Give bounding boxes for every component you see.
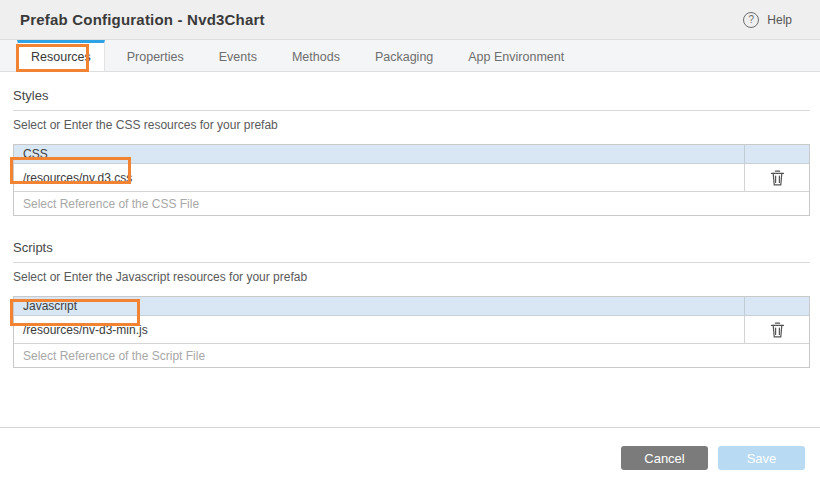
css-reference-input[interactable] [14, 192, 809, 215]
css-resource-row: /resources/nv.d3.css [14, 164, 809, 192]
help-button[interactable]: ? Help [743, 12, 792, 28]
script-reference-input[interactable] [14, 344, 809, 367]
tab-events[interactable]: Events [206, 40, 270, 71]
footer: Cancel Save [0, 427, 820, 487]
trash-icon [770, 326, 785, 341]
script-resource-actions-cell [744, 316, 809, 343]
css-add-resource-row [14, 192, 809, 215]
styles-subtitle: Select or Enter the CSS resources for yo… [13, 118, 810, 132]
css-resource-actions-cell [744, 164, 809, 191]
save-button[interactable]: Save [718, 446, 805, 470]
scripts-subtitle: Select or Enter the Javascript resources… [13, 270, 810, 284]
styles-heading: Styles [13, 88, 810, 111]
script-resource-value[interactable]: /resources/nv-d3-min.js [14, 316, 744, 343]
resources-tab-content: Styles Select or Enter the CSS resources… [0, 88, 820, 368]
tab-bar: Resources Properties Events Methods Pack… [0, 40, 820, 72]
cancel-button[interactable]: Cancel [621, 446, 708, 470]
prefab-configuration-dialog: Prefab Configuration - Nvd3Chart ? Help … [0, 0, 820, 487]
tab-methods[interactable]: Methods [279, 40, 353, 71]
tab-resources[interactable]: Resources [17, 40, 105, 71]
tab-properties[interactable]: Properties [114, 40, 197, 71]
scripts-heading: Scripts [13, 240, 810, 263]
trash-icon [770, 174, 785, 189]
css-actions-column-header [744, 145, 809, 163]
delete-css-resource-button[interactable] [768, 167, 787, 188]
script-table-header-row: Javascript [14, 297, 809, 316]
script-resource-row: /resources/nv-d3-min.js [14, 316, 809, 344]
page-title: Prefab Configuration - Nvd3Chart [20, 11, 265, 28]
tab-app-environment[interactable]: App Environment [455, 40, 577, 71]
titlebar: Prefab Configuration - Nvd3Chart ? Help [0, 0, 820, 40]
css-resources-table: CSS /resources/nv.d3.css [13, 144, 810, 216]
javascript-column-header: Javascript [14, 297, 744, 315]
css-resource-value[interactable]: /resources/nv.d3.css [14, 164, 744, 191]
css-column-header: CSS [14, 145, 744, 163]
tab-packaging[interactable]: Packaging [362, 40, 446, 71]
styles-section: Styles Select or Enter the CSS resources… [13, 88, 810, 216]
css-table-header-row: CSS [14, 145, 809, 164]
scripts-section: Scripts Select or Enter the Javascript r… [13, 240, 810, 368]
script-add-resource-row [14, 344, 809, 367]
delete-script-resource-button[interactable] [768, 319, 787, 340]
help-label: Help [767, 13, 792, 27]
script-actions-column-header [744, 297, 809, 315]
help-question-icon: ? [743, 12, 759, 28]
script-resources-table: Javascript /resources/nv-d3-min.js [13, 296, 810, 368]
